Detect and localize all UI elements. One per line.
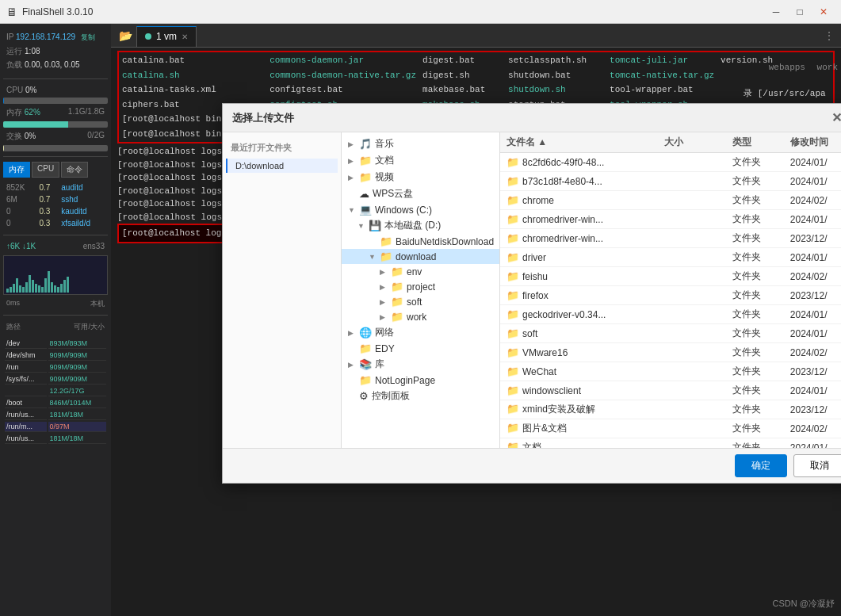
- table-row[interactable]: 📁driver 文件夹 2024/01/: [500, 248, 841, 267]
- expand-work: ▶: [380, 313, 388, 321]
- expand-winc: ▼: [348, 206, 356, 214]
- file-tomcat-native: tomcat-native.tar.gz: [610, 69, 714, 82]
- file-size-cell: [658, 381, 725, 400]
- sidebar-tabs[interactable]: 内存 CPU 命令: [3, 162, 108, 178]
- tree-controlpanel[interactable]: ⚙ 控制面板: [342, 388, 499, 404]
- file-modified-cell: 2024/01/: [784, 305, 841, 324]
- file-type-icon: 📁: [507, 175, 519, 187]
- table-row[interactable]: 📁chromedriver-win... 文件夹 2024/01/: [500, 210, 841, 229]
- ip-label: IP: [6, 33, 16, 41]
- table-row[interactable]: 📁WeChat 文件夹 2023/12/: [500, 362, 841, 381]
- dialog-file-list: 文件名 ▲ 大小 类型 修改时间 📁8c2fd6dc-49f0-48... 文件…: [500, 132, 841, 448]
- expand-diskd: ▼: [357, 222, 365, 230]
- table-row[interactable]: 📁b73c1d8f-4e80-4... 文件夹 2024/01/: [500, 172, 841, 191]
- app-title: FinalShell 3.0.10: [22, 6, 93, 17]
- file-type-cell: 文件夹: [726, 191, 784, 210]
- col-filename[interactable]: 文件名 ▲: [500, 132, 658, 153]
- maximize-button[interactable]: □: [789, 1, 811, 23]
- tree-download[interactable]: ▼ 📁 download: [342, 249, 499, 264]
- table-row[interactable]: 📁图片&文档 文件夹 2024/02/: [500, 419, 841, 438]
- file-modified-cell: 2024/01/: [784, 153, 841, 172]
- table-row[interactable]: 📁文档 文件夹 2024/01/: [500, 438, 841, 449]
- swap-detail: 0/2G: [87, 131, 105, 142]
- cpu-row: CPU 0%: [3, 84, 108, 96]
- tree-baidu[interactable]: 📁 BaiduNetdiskDownload: [342, 234, 499, 249]
- window-controls[interactable]: ─ □ ✕: [765, 1, 835, 23]
- tab-memory[interactable]: 内存: [3, 162, 30, 178]
- table-row[interactable]: 📁firefox 文件夹 2023/12/: [500, 286, 841, 305]
- file-shutdown-sh: shutdown.sh: [508, 83, 603, 97]
- expand-docs: ▶: [348, 157, 356, 165]
- tree-win-c[interactable]: ▼ 💻 Windows (C:): [342, 202, 499, 217]
- file-name-cell: 📁文档: [500, 438, 658, 449]
- file-type-cell: 文件夹: [726, 400, 784, 419]
- file-size-cell: [658, 172, 725, 191]
- folder-icon-btn[interactable]: 📂: [114, 25, 136, 47]
- tree-edy[interactable]: 📁 EDY: [342, 341, 499, 356]
- table-row[interactable]: 📁geckodriver-v0.34... 文件夹 2024/01/: [500, 305, 841, 324]
- file-type-cell: 文件夹: [726, 305, 784, 324]
- file-type-cell: 文件夹: [726, 324, 784, 343]
- dialog-close-btn[interactable]: ✕: [827, 109, 841, 128]
- confirm-button[interactable]: 确定: [735, 454, 787, 477]
- file-type-icon: 📁: [507, 232, 519, 244]
- file-setclasspath: setclasspath.sh: [508, 54, 603, 67]
- file-catalina-sh: catalina.sh: [122, 69, 263, 82]
- latency-row: 0ms 本机: [3, 298, 108, 310]
- swap-row: 交换 0% 0/2G: [3, 129, 108, 143]
- tree-documents[interactable]: ▶ 📁 文档: [342, 152, 499, 169]
- path-table: /dev893M/893M /dev/shm909M/909M /run909M…: [3, 337, 108, 446]
- settings-icon[interactable]: ⋮: [820, 26, 838, 45]
- file-size-cell: [658, 343, 725, 362]
- file-modified-cell: 2023/12/: [784, 400, 841, 419]
- files-table: 文件名 ▲ 大小 类型 修改时间 📁8c2fd6dc-49f0-48... 文件…: [500, 132, 841, 448]
- table-row[interactable]: 📁VMware16 文件夹 2024/02/: [500, 343, 841, 362]
- tree-music[interactable]: ▶ 🎵 音乐: [342, 136, 499, 152]
- tree-videos[interactable]: ▶ 📁 视频: [342, 169, 499, 186]
- tree-env[interactable]: ▶ 📁 env: [342, 264, 499, 279]
- tree-notlogin[interactable]: 📁 NotLoginPage: [342, 373, 499, 388]
- file-modified-cell: 2024/01/: [784, 324, 841, 343]
- table-row[interactable]: 📁feishu 文件夹 2024/02/: [500, 267, 841, 286]
- table-row[interactable]: 📁8c2fd6dc-49f0-48... 文件夹 2024/01/: [500, 153, 841, 172]
- file-type-icon: 📁: [507, 156, 519, 168]
- close-button[interactable]: ✕: [812, 1, 835, 23]
- tree-soft-label: soft: [407, 297, 422, 308]
- copy-btn[interactable]: 复制: [81, 33, 95, 41]
- table-row[interactable]: 📁chrome 文件夹 2024/02/: [500, 191, 841, 210]
- tree-soft[interactable]: ▶ 📁 soft: [342, 294, 499, 309]
- tab-cmd[interactable]: 命令: [61, 162, 88, 178]
- col-type[interactable]: 类型: [726, 132, 784, 153]
- tree-wps[interactable]: ☁ WPS云盘: [342, 186, 499, 202]
- table-row[interactable]: 📁windowsclient 文件夹 2024/01/: [500, 381, 841, 400]
- tree-network[interactable]: ▶ 🌐 网络: [342, 324, 499, 341]
- minimize-button[interactable]: ─: [765, 1, 787, 23]
- col-size[interactable]: 大小: [658, 132, 725, 153]
- tab-cpu[interactable]: CPU: [32, 162, 59, 178]
- dialog-title-text: 选择上传文件: [232, 111, 294, 125]
- expand-project: ▶: [380, 283, 388, 291]
- file-modified-cell: 2023/12/: [784, 362, 841, 381]
- cancel-button[interactable]: 取消: [793, 454, 841, 477]
- file-configtest-bat: configtest.bat: [270, 83, 416, 97]
- network-chart: [3, 255, 108, 295]
- tree-disk-d[interactable]: ▼ 💾 本地磁盘 (D:): [342, 217, 499, 234]
- tree-project[interactable]: ▶ 📁 project: [342, 279, 499, 294]
- mem-row: 内存 62% 1.1G/1.8G: [3, 105, 108, 120]
- table-row[interactable]: 📁xmind安装及破解 文件夹 2023/12/: [500, 400, 841, 419]
- tab-close-btn[interactable]: ✕: [182, 33, 188, 41]
- table-row[interactable]: 📁chromedriver-win... 文件夹 2023/12/: [500, 229, 841, 248]
- file-catalina-bat: catalina.bat: [122, 54, 263, 67]
- col-modified[interactable]: 修改时间: [784, 132, 841, 153]
- tab-label: 1 vm: [156, 31, 177, 42]
- path-label: 路径可用/大小: [3, 320, 108, 334]
- tree-music-label: 音乐: [375, 137, 394, 151]
- tab-1vm[interactable]: 1 vm ✕: [136, 26, 197, 47]
- file-size-cell: [658, 267, 725, 286]
- file-digest-bat: digest.bat: [422, 54, 502, 67]
- file-size-cell: [658, 286, 725, 305]
- recent-path[interactable]: D:\download: [226, 159, 338, 173]
- tree-work[interactable]: ▶ 📁 work: [342, 309, 499, 324]
- tree-library[interactable]: ▶ 📚 库: [342, 356, 499, 373]
- table-row[interactable]: 📁soft 文件夹 2024/01/: [500, 324, 841, 343]
